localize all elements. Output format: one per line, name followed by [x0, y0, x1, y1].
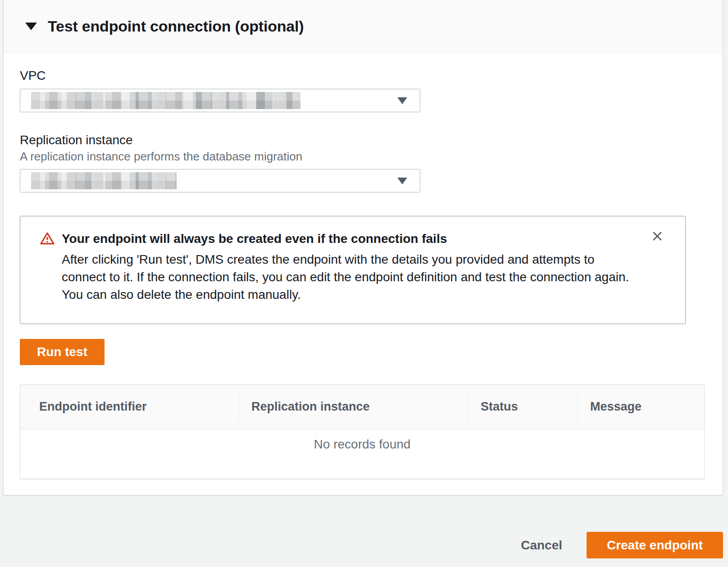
form-actions-bar: Cancel Create endpoint	[0, 495, 728, 567]
alert-text-block: Your endpoint will always be created eve…	[62, 230, 640, 303]
table-body: No records found	[20, 429, 704, 479]
run-test-button[interactable]: Run test	[20, 339, 105, 365]
column-header-endpoint-identifier: Endpoint identifier	[20, 400, 239, 414]
alert-title: Your endpoint will always be created eve…	[62, 230, 640, 248]
cancel-button[interactable]: Cancel	[516, 532, 567, 558]
close-icon[interactable]	[649, 228, 665, 244]
replication-instance-label: Replication instance	[20, 133, 723, 147]
column-header-status: Status	[468, 400, 578, 414]
create-endpoint-button[interactable]: Create endpoint	[587, 532, 723, 558]
vpc-select[interactable]	[20, 89, 420, 112]
column-header-replication-instance: Replication instance	[239, 400, 468, 414]
caret-down-icon	[397, 178, 407, 184]
connection-results-table: Endpoint identifier Replication instance…	[20, 384, 705, 479]
vpc-label: VPC	[20, 69, 723, 83]
column-header-message: Message	[578, 400, 704, 414]
table-header-row: Endpoint identifier Replication instance…	[20, 385, 704, 429]
endpoint-warning-alert: Your endpoint will always be created eve…	[20, 216, 686, 324]
caret-down-icon	[397, 97, 407, 104]
section-collapse-caret-icon	[25, 23, 37, 30]
section-title: Test endpoint connection (optional)	[48, 18, 304, 35]
vpc-select-value-redacted	[31, 92, 300, 109]
section-content: VPC Replication instance A replication i…	[4, 53, 723, 479]
alert-body: After clicking 'Run test', DMS creates t…	[62, 251, 640, 303]
test-endpoint-connection-panel: Test endpoint connection (optional) VPC …	[3, 0, 723, 495]
replication-instance-select[interactable]	[20, 169, 420, 192]
replication-instance-value-redacted	[31, 172, 177, 189]
warning-triangle-icon	[40, 232, 55, 245]
empty-state-message: No records found	[314, 436, 411, 479]
replication-instance-description: A replication instance performs the data…	[20, 150, 723, 163]
section-header-toggle[interactable]: Test endpoint connection (optional)	[4, 0, 723, 53]
